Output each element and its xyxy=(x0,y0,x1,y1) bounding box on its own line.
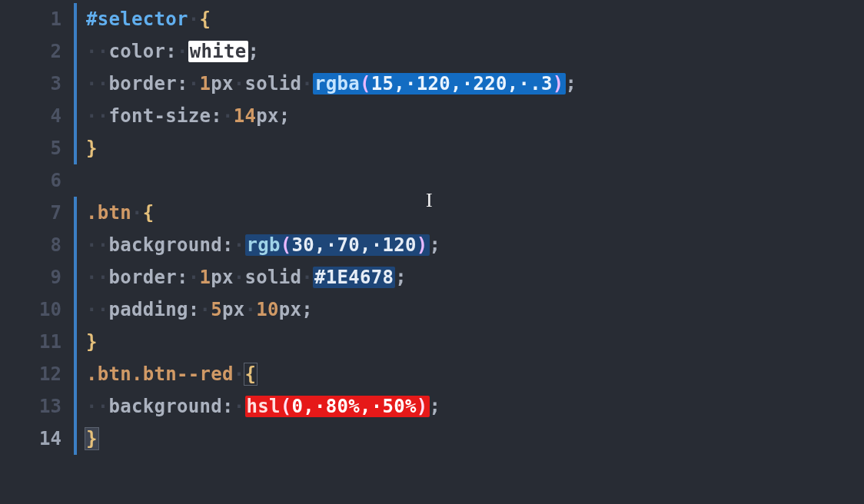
token: background xyxy=(109,396,223,417)
line-number: 5 xyxy=(0,138,74,159)
token: , xyxy=(314,234,326,256)
code-line[interactable]: 6 xyxy=(0,164,864,197)
fold-indicator xyxy=(74,164,77,197)
code-content[interactable]: ··background:·hsl(0,·80%,·50%); xyxy=(86,396,440,417)
token: rgb xyxy=(247,234,281,256)
code-line[interactable]: 5} xyxy=(0,132,864,164)
code-content[interactable]: ··font-size:·14px; xyxy=(86,105,291,127)
token: · xyxy=(245,299,257,320)
line-number: 8 xyxy=(0,234,74,256)
token: · xyxy=(462,73,474,94)
token: , xyxy=(394,73,405,94)
token: hsl xyxy=(247,396,281,417)
token: · xyxy=(234,73,245,94)
code-line[interactable]: 12.btn.btn--red·{ xyxy=(0,358,864,390)
token: · xyxy=(234,396,245,417)
color-swatch[interactable]: rgba(15,·120,·220,·.3) xyxy=(313,73,566,94)
token: · xyxy=(234,267,245,288)
code-editor[interactable]: 1#selector·{2··color:·white;3··border:·1… xyxy=(0,0,864,455)
fold-indicator xyxy=(74,35,77,68)
code-content[interactable]: } xyxy=(86,331,98,353)
token: rgba xyxy=(314,73,360,94)
token: , xyxy=(507,73,519,94)
code-content[interactable]: .btn.btn--red·{ xyxy=(86,363,256,386)
code-content[interactable]: } xyxy=(86,427,98,450)
token: : xyxy=(177,73,188,94)
token: , xyxy=(450,73,462,94)
color-swatch[interactable]: hsl(0,·80%,·50%) xyxy=(245,396,430,417)
code-line[interactable]: 14} xyxy=(0,423,864,455)
token: border xyxy=(109,267,178,288)
color-swatch[interactable]: rgb(30,·70,·120) xyxy=(245,234,430,256)
token: · xyxy=(188,73,200,94)
code-content[interactable]: ··color:·white; xyxy=(86,41,259,62)
token: ( xyxy=(360,73,371,94)
token: : xyxy=(222,234,234,256)
code-line[interactable]: 7.btn·{ xyxy=(0,197,864,229)
token: padding xyxy=(109,299,188,320)
line-number: 1 xyxy=(0,8,74,30)
token: : xyxy=(222,396,234,417)
token: ·· xyxy=(86,234,109,256)
token: · xyxy=(301,267,313,288)
code-content[interactable]: } xyxy=(86,138,98,159)
token: ( xyxy=(281,234,292,256)
line-number: 4 xyxy=(0,105,74,127)
code-line[interactable]: 4··font-size:·14px; xyxy=(0,100,864,132)
line-number: 12 xyxy=(0,363,74,385)
token: · xyxy=(405,73,417,94)
token: , xyxy=(360,234,371,256)
code-content[interactable]: ··padding:·5px·10px; xyxy=(86,299,313,320)
token: ·· xyxy=(86,299,109,320)
token: white xyxy=(190,41,247,62)
code-line[interactable]: 9··border:·1px·solid·#1E4678; xyxy=(0,261,864,293)
fold-indicator xyxy=(74,326,77,358)
color-swatch[interactable]: white xyxy=(188,41,248,62)
token: .btn xyxy=(86,202,131,224)
token: { xyxy=(143,202,155,224)
token: { xyxy=(244,363,258,386)
code-line[interactable]: 1#selector·{ xyxy=(0,3,864,35)
code-line[interactable]: 13··background:·hsl(0,·80%,·50%); xyxy=(0,390,864,423)
token: px xyxy=(279,299,302,320)
line-number: 13 xyxy=(0,396,74,417)
code-content[interactable]: ··background:·rgb(30,·70,·120); xyxy=(86,234,440,256)
token: solid xyxy=(245,73,302,94)
token: 220 xyxy=(474,73,507,94)
fold-indicator xyxy=(74,100,77,132)
code-line[interactable]: 10··padding:·5px·10px; xyxy=(0,293,864,326)
token: ; xyxy=(279,105,291,127)
line-number: 2 xyxy=(0,41,74,62)
token: 30 xyxy=(292,234,315,256)
color-swatch[interactable]: #1E4678 xyxy=(313,267,395,288)
token: 5 xyxy=(211,299,222,320)
token: ; xyxy=(248,41,260,62)
token: · xyxy=(371,396,383,417)
code-content[interactable]: ··border:·1px·solid·rgba(15,·120,·220,·.… xyxy=(86,73,577,94)
token: px xyxy=(211,267,234,288)
token: color xyxy=(109,41,166,62)
token: 15 xyxy=(371,73,394,94)
code-content[interactable]: .btn·{ xyxy=(86,202,155,224)
code-line[interactable]: 11} xyxy=(0,326,864,358)
code-line[interactable]: 3··border:·1px·solid·rgba(15,·120,·220,·… xyxy=(0,68,864,100)
line-number: 3 xyxy=(0,73,74,94)
code-line[interactable]: 2··color:·white; xyxy=(0,35,864,68)
code-content[interactable]: ··border:·1px·solid·#1E4678; xyxy=(86,267,407,288)
token: font-size xyxy=(109,105,211,127)
line-number: 7 xyxy=(0,202,74,224)
code-content[interactable]: #selector·{ xyxy=(86,8,211,30)
token: · xyxy=(200,299,211,320)
token: .3 xyxy=(530,73,553,94)
code-line[interactable]: 8··background:·rgb(30,·70,·120); xyxy=(0,229,864,261)
line-number: 14 xyxy=(0,428,74,449)
token: · xyxy=(326,234,337,256)
token: #selector xyxy=(86,8,188,30)
token: px xyxy=(256,105,279,127)
token: · xyxy=(314,396,326,417)
token: } xyxy=(85,427,99,450)
token: 1 xyxy=(200,267,211,288)
token: · xyxy=(188,267,200,288)
fold-indicator xyxy=(74,293,77,326)
token: ·· xyxy=(86,396,109,417)
